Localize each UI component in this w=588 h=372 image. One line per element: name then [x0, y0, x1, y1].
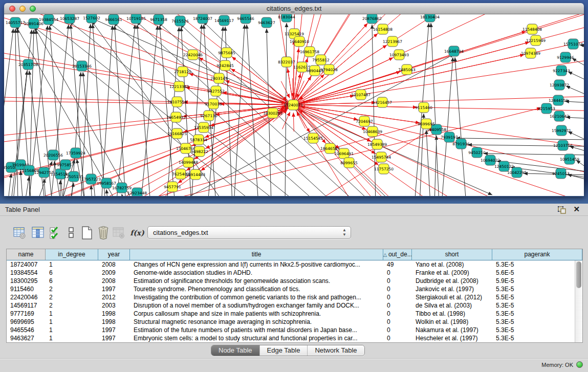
cell-out_de[interactable]: 0: [383, 293, 412, 301]
cell-out_de[interactable]: 0: [383, 318, 412, 326]
cell-out_de[interactable]: 0: [383, 277, 412, 285]
cell-in_degree[interactable]: 1: [46, 334, 98, 342]
cell-year[interactable]: 2008: [98, 260, 130, 269]
cell-name[interactable]: 18300295: [7, 277, 46, 285]
cell-title[interactable]: Estimation of the future numbers of pati…: [130, 326, 383, 334]
table-mode-icon[interactable]: [11, 224, 28, 242]
table-row[interactable]: 911546021997Tourette syndrome. Phenomeno…: [7, 285, 582, 293]
cell-in_degree[interactable]: 1: [46, 326, 98, 334]
cell-year[interactable]: 2008: [98, 277, 130, 285]
table-row[interactable]: 2242004622012Investigating the contribut…: [7, 293, 582, 301]
tab-node-table[interactable]: Node Table: [211, 345, 260, 356]
vertical-scrollbar[interactable]: [575, 260, 582, 342]
cell-name[interactable]: 14569117: [7, 301, 46, 310]
cell-in_degree[interactable]: 2: [46, 301, 98, 310]
cell-pagerank[interactable]: 5.3E-5: [492, 334, 582, 342]
column-header-out_de[interactable]: △out_de...: [383, 249, 412, 260]
cell-name[interactable]: 9777169: [7, 310, 46, 318]
cell-name[interactable]: 9699695: [7, 318, 46, 326]
row-height-icon[interactable]: [63, 224, 79, 242]
cell-year[interactable]: 2012: [98, 293, 130, 301]
cell-in_degree[interactable]: 2: [46, 285, 98, 293]
cell-in_degree[interactable]: 1: [46, 260, 98, 269]
cell-year[interactable]: 1997: [98, 334, 130, 342]
column-header-pagerank[interactable]: pagerank: [492, 249, 582, 260]
cell-year[interactable]: 1997: [98, 285, 130, 293]
cell-name[interactable]: 9465546: [7, 326, 46, 334]
cell-pagerank[interactable]: 5.6E-5: [492, 269, 582, 277]
cell-short[interactable]: Franke et al. (2009): [412, 269, 492, 277]
table-row[interactable]: 946362711997Embryonic stem cells: a mode…: [7, 334, 582, 342]
function-builder-icon[interactable]: f(x): [129, 224, 145, 242]
cell-short[interactable]: Stergiakouli et al. (2012): [412, 293, 492, 301]
cell-name[interactable]: 9463627: [7, 334, 46, 342]
cell-year[interactable]: 2009: [98, 269, 130, 277]
column-header-title[interactable]: title: [130, 249, 383, 260]
cell-short[interactable]: Wolkin et al. (1998): [412, 318, 492, 326]
window-titlebar[interactable]: citations_edges.txt: [4, 3, 584, 14]
column-header-name[interactable]: name: [7, 249, 46, 260]
float-panel-icon[interactable]: [557, 206, 567, 214]
cell-short[interactable]: Yano et al. (2008): [412, 260, 492, 269]
delete-column-icon[interactable]: [95, 224, 112, 242]
cell-title[interactable]: Structural magnetic resonance image aver…: [130, 318, 383, 326]
cell-short[interactable]: Jankovic et al. (1997): [412, 285, 492, 293]
cell-year[interactable]: 2003: [98, 301, 130, 310]
cell-short[interactable]: Nakamura et al. (1997): [412, 326, 492, 334]
column-header-short[interactable]: short: [412, 249, 492, 260]
table-row[interactable]: 977716911998Corpus callosum shape and si…: [7, 310, 582, 318]
cell-title[interactable]: Embryonic stem cells: a model to study s…: [130, 334, 383, 342]
cell-pagerank[interactable]: 5.3E-5: [492, 260, 582, 269]
memory-status[interactable]: Memory: OK: [541, 361, 583, 368]
cell-in_degree[interactable]: 1: [46, 318, 98, 326]
cell-name[interactable]: 9115460: [7, 285, 46, 293]
cell-pagerank[interactable]: 5.3E-5: [492, 310, 582, 318]
cell-short[interactable]: Dudbridge et al. (2008): [412, 277, 492, 285]
column-header-in_degree[interactable]: in_degree: [46, 249, 98, 260]
cell-title[interactable]: Tourette syndrome. Phenomenology and cla…: [130, 285, 383, 293]
cell-title[interactable]: Genome-wide association studies in ADHD.: [130, 269, 383, 277]
scrollbar-thumb[interactable]: [576, 261, 581, 288]
cell-short[interactable]: de Silva et al. (2003): [412, 301, 492, 310]
tab-edge-table[interactable]: Edge Table: [260, 345, 308, 356]
cell-year[interactable]: 1998: [98, 318, 130, 326]
cell-pagerank[interactable]: 5.9E-5: [492, 277, 582, 285]
tab-network-table[interactable]: Network Table: [308, 345, 364, 356]
cell-name[interactable]: 22420046: [7, 293, 46, 301]
cell-in_degree[interactable]: 6: [46, 269, 98, 277]
cell-in_degree[interactable]: 1: [46, 310, 98, 318]
cell-title[interactable]: Changes of HCN gene expression and I(f) …: [130, 260, 383, 269]
column-header-year[interactable]: year: [98, 249, 130, 260]
cell-out_de[interactable]: 0: [383, 326, 412, 334]
cell-in_degree[interactable]: 6: [46, 277, 98, 285]
cell-name[interactable]: 18724007: [7, 260, 46, 269]
select-columns-icon[interactable]: [47, 224, 63, 242]
column-display-icon[interactable]: [30, 224, 46, 242]
cell-pagerank[interactable]: 5.3E-5: [492, 301, 582, 310]
cell-out_de[interactable]: 0: [383, 269, 412, 277]
cell-out_de[interactable]: 0: [383, 301, 412, 310]
cell-title[interactable]: Estimation of significance thresholds fo…: [130, 277, 383, 285]
table-select-dropdown[interactable]: citations_edges.txt ▲▼: [147, 226, 351, 239]
cell-pagerank[interactable]: 5.3E-5: [492, 318, 582, 326]
table-row[interactable]: 1456911722003Disruption of a novel membe…: [7, 301, 582, 310]
cell-out_de[interactable]: 0: [383, 310, 412, 318]
cell-short[interactable]: Tibbo et al. (1998): [412, 310, 492, 318]
cell-out_de[interactable]: 0: [383, 285, 412, 293]
cell-in_degree[interactable]: 2: [46, 293, 98, 301]
cell-name[interactable]: 19384554: [7, 269, 46, 277]
table-row[interactable]: 1830029562008Estimation of significance …: [7, 277, 582, 285]
cell-out_de[interactable]: 49: [383, 260, 412, 269]
table-row[interactable]: 969969511998Structural magnetic resonanc…: [7, 318, 582, 326]
table-row[interactable]: 1872400712008Changes of HCN gene express…: [7, 260, 582, 269]
table-row[interactable]: 946554611997Estimation of the future num…: [7, 326, 582, 334]
cell-title[interactable]: Disruption of a novel member of a sodium…: [130, 301, 383, 310]
cell-year[interactable]: 1998: [98, 310, 130, 318]
cell-pagerank[interactable]: 5.5E-5: [492, 293, 582, 301]
new-column-icon[interactable]: [79, 224, 95, 242]
cell-title[interactable]: Corpus callosum shape and size in male p…: [130, 310, 383, 318]
cell-title[interactable]: Investigating the contribution of common…: [130, 293, 383, 301]
table-row[interactable]: 1938455462009Genome-wide association stu…: [7, 269, 582, 277]
network-view-window[interactable]: citations_edges.txt 14055717208914061938…: [4, 3, 584, 196]
cell-short[interactable]: Hescheler et al. (1997): [412, 334, 492, 342]
